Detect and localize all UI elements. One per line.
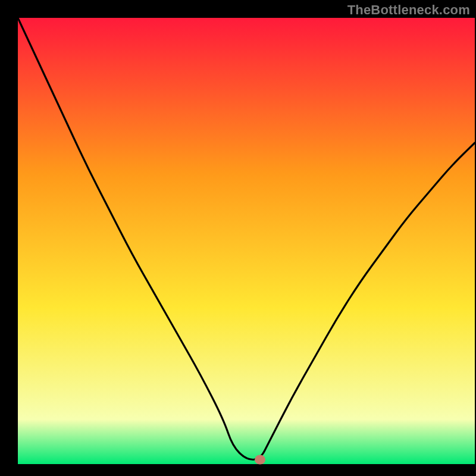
chart-svg <box>0 0 476 476</box>
chart-container: TheBottleneck.com <box>0 0 476 476</box>
optimal-marker <box>255 455 265 465</box>
attribution-text: TheBottleneck.com <box>347 2 470 18</box>
plot-background <box>18 18 475 464</box>
